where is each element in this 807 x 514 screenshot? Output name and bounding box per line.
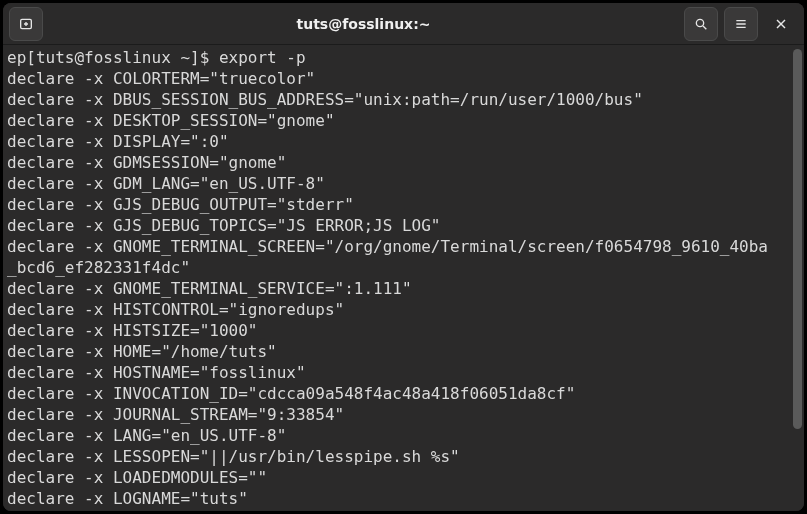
hamburger-icon <box>733 16 749 32</box>
terminal-output: ep[tuts@fosslinux ~]$ export -p declare … <box>3 45 804 511</box>
close-icon <box>773 16 789 32</box>
search-button[interactable] <box>684 7 718 41</box>
menu-button[interactable] <box>724 7 758 41</box>
svg-line-4 <box>703 26 706 29</box>
new-tab-icon <box>18 16 34 32</box>
close-button[interactable] <box>764 7 798 41</box>
terminal-window: tuts@fosslinux:~ <box>3 3 804 511</box>
terminal-viewport[interactable]: ep[tuts@fosslinux ~]$ export -p declare … <box>3 45 804 511</box>
window-title: tuts@fosslinux:~ <box>49 16 678 32</box>
titlebar: tuts@fosslinux:~ <box>3 3 804 45</box>
search-icon <box>693 16 709 32</box>
svg-point-3 <box>696 19 703 26</box>
scrollbar-thumb[interactable] <box>793 49 802 429</box>
new-tab-button[interactable] <box>9 7 43 41</box>
